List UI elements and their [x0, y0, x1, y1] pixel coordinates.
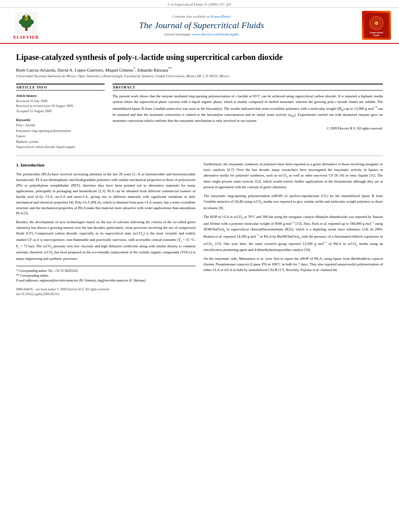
journal-logo-right: Supercritical Fluids [359, 11, 391, 40]
svg-point-12 [374, 21, 379, 25]
journal-logo-icon: Supercritical Fluids [364, 11, 389, 40]
article-title: Lipase-catalyzed synthesis of poly-l-lac… [16, 52, 383, 62]
svg-rect-5 [25, 27, 27, 31]
keyword-2: Enzymatic ring-opening polymerization [16, 128, 105, 134]
elsevier-tree-icon [15, 12, 37, 34]
svg-text:Supercritical: Supercritical [370, 31, 383, 34]
section-divider [16, 156, 383, 156]
article-info-label: ARTICLE INFO [16, 84, 105, 90]
journal-homepage: journal homepage: www.elsevier.com/locat… [44, 32, 359, 36]
doi-text: doi:10.1016/j.supflu.2009.08.014 [16, 292, 195, 297]
issn-text: 0896-8446/$ – see front matter © 2009 El… [16, 287, 195, 292]
journal-header: ELSEVIER Contents lists available at Sci… [0, 8, 399, 44]
keywords-label: Keywords: [16, 118, 105, 122]
footnotes: * Corresponding author. Tel.: +52 55 562… [16, 266, 195, 283]
info-abstract-section: ARTICLE INFO Article history: Received 1… [16, 84, 383, 150]
sciencedirect-line: Contents lists available at ScienceDirec… [44, 14, 359, 18]
keyword-3: Lipase [16, 134, 105, 139]
sciencedirect-label: Contents lists available at [173, 14, 210, 18]
accepted-date: Accepted 31 August 2009 [16, 109, 105, 114]
article-body: Lipase-catalyzed synthesis of poly-l-lac… [0, 44, 399, 305]
email-addresses: mgimeno@servidor.unam.mx (M. Gimeno), eb… [40, 279, 146, 282]
homepage-url[interactable]: www.elsevier.com/locate/supflu [192, 32, 239, 36]
sciencedirect-link[interactable]: ScienceDirect [210, 14, 230, 18]
body-right-col: Furthermore, the enzymatic syntheses of … [204, 162, 383, 297]
abstract-col: ABSTRACT The present work shows that the… [113, 84, 383, 150]
keyword-5: Supercritical carbon dioxide–liquid orga… [16, 144, 105, 150]
abstract-label: ABSTRACT [113, 84, 383, 90]
footnote-star1: * Corresponding author. Tel.: +52 55 562… [16, 269, 195, 273]
introduction-heading: 1. Introduction [16, 162, 195, 168]
supercritical-fluids-logo: Supercritical Fluids [362, 11, 391, 40]
footnote-emails: E-mail addresses: mgimeno@servidor.unam.… [16, 278, 195, 283]
keyword-1: Poly-l-lactide [16, 123, 105, 128]
body-para-4: The enzymatic ring-opening polymerizatio… [204, 193, 383, 211]
email-label: E-mail addresses: [16, 279, 39, 282]
authors-text: Roeb García-Arrazola, David A. López-Gue… [16, 68, 172, 72]
citation-bar: J. of Supercritical Fluids 51 (2009) 197… [0, 0, 399, 8]
authors: Roeb García-Arrazola, David A. López-Gue… [16, 66, 383, 72]
svg-rect-7 [25, 16, 27, 20]
elsevier-label: ELSEVIER [13, 35, 39, 39]
affiliations: Universidad Nacional Autónoma de México,… [16, 74, 383, 78]
abstract-copyright: © 2009 Elsevier B.V. All rights reserved… [113, 126, 383, 130]
svg-point-4 [21, 21, 31, 27]
journal-title: The Journal of Supercritical Fluids [44, 20, 359, 31]
footer-ids: 0896-8446/$ – see front matter © 2009 El… [16, 287, 195, 297]
journal-center: Contents lists available at ScienceDirec… [44, 14, 359, 36]
keyword-4: Biphasic system [16, 139, 105, 145]
received-date: Received 10 July 2009 [16, 99, 105, 104]
body-para-5: The ROP of l-LA in scCO2 at 70°C and 300… [204, 214, 383, 253]
body-two-col: 1. Introduction The polylactides (PLA) h… [16, 162, 383, 297]
body-para-1: The polylactides (PLA) have received inc… [16, 172, 195, 217]
citation-text: J. of Supercritical Fluids 51 (2009) 197… [167, 2, 232, 6]
body-para-3: Furthermore, the enzymatic syntheses of … [204, 162, 383, 190]
received-revised-date: Received in revised form 30 August 2009 [16, 103, 105, 109]
history-label: Article history: [16, 94, 105, 98]
footnote-star2: ** Corresponding author. [16, 273, 195, 278]
svg-text:Fluids: Fluids [373, 34, 380, 37]
page: J. of Supercritical Fluids 51 (2009) 197… [0, 0, 399, 532]
body-para-2: Besides, the development of new technolo… [16, 220, 195, 261]
body-para-6: On the enzymatic side, Matsumura et al. … [204, 256, 383, 273]
abstract-text: The present work shows that the enzyme m… [113, 94, 383, 124]
elsevier-logo: ELSEVIER [8, 12, 44, 39]
svg-point-6 [25, 14, 27, 16]
homepage-label: journal homepage: [165, 32, 191, 36]
article-info-col: ARTICLE INFO Article history: Received 1… [16, 84, 105, 150]
body-left-col: 1. Introduction The polylactides (PLA) h… [16, 162, 195, 297]
